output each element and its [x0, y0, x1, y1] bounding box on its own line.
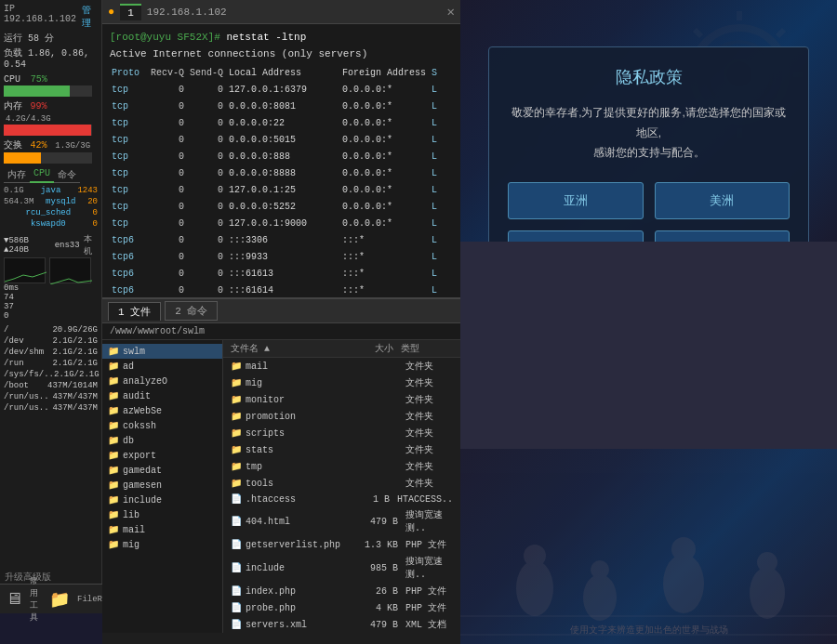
btn-americas[interactable]: 美洲: [655, 182, 790, 219]
dialog-text-line1: 敬爱的幸存者,为了提供更好的服务,请您选择您的国家或地区,: [512, 106, 786, 139]
tab-cpu[interactable]: CPU: [30, 167, 54, 183]
tree-item[interactable]: 📁gamedat: [102, 463, 222, 478]
list-item[interactable]: 📄 getserverlist.php 1.3 KB PHP 文件: [223, 536, 460, 553]
folder-icon: 📁: [108, 361, 119, 372]
tree-item[interactable]: 📁cokssh: [102, 418, 222, 433]
title-bullet: ●: [108, 6, 114, 19]
file-item-icon: 📁: [231, 444, 242, 455]
process-row-3: rcu_sched 0: [4, 207, 98, 218]
tree-item[interactable]: 📁include: [102, 493, 222, 507]
tree-root[interactable]: 📁 swlm: [102, 344, 222, 359]
btn-asia[interactable]: 亚洲: [508, 182, 644, 219]
col-foreign: Foreign Address: [342, 66, 430, 81]
file-item-icon: 📄: [231, 619, 242, 630]
tree-item-label: analyzeO: [123, 376, 167, 387]
tab-cmd[interactable]: 命令: [54, 167, 80, 183]
file-type: 搜询宽速测..: [405, 555, 453, 581]
folder-icon: 📁: [108, 390, 119, 401]
tab-files[interactable]: 1 文件: [108, 302, 161, 321]
list-item[interactable]: 📄 index.php 26 B PHP 文件: [223, 583, 460, 599]
disk-row-3: /dev/shm 2.1G/2.1G: [4, 347, 98, 358]
list-item[interactable]: 📁 tools 文件夹: [223, 475, 460, 492]
process-row-4: kswapd0 0: [4, 218, 98, 230]
svg-point-24: [583, 574, 617, 621]
folder-icon: 📁: [108, 539, 119, 550]
tab-mem[interactable]: 内存: [4, 167, 30, 183]
mem-detail: 4.2G/4.3G: [6, 114, 51, 124]
list-item[interactable]: 📄 404.html 479 B 搜询宽速测..: [223, 506, 460, 536]
swap-label: 交换: [4, 140, 22, 151]
tree-item[interactable]: 📁audit: [102, 388, 222, 403]
swap-bar: [4, 152, 92, 164]
col-recvq: Recv-Q: [151, 66, 188, 81]
tree-item[interactable]: 📁azWebSe: [102, 403, 222, 418]
tree-item[interactable]: 📁db: [102, 433, 222, 448]
list-item[interactable]: 📄 servers.xml 479 B XML 文档: [223, 616, 460, 633]
process-tabs: 内存 CPU 命令: [4, 167, 98, 183]
right-panel: 隐私政策 敬爱的幸存者,为了提供更好的服务,请您选择您的国家或地区, 感谢您的支…: [460, 0, 837, 644]
file-type: PHP 文件: [405, 585, 453, 598]
terminal-title-bar: ● 1 192.168.1.102 ✕: [102, 0, 460, 24]
table-row: tcp600:::9933:::*L: [112, 250, 451, 265]
network-section: ▼586B ▲240B ens33 本机 0ms 74 37 0: [4, 233, 98, 321]
region-buttons: 亚洲 美洲 欧洲(欧盟国家) 欧洲(非欧盟国家) 大洋洲 非洲: [508, 182, 790, 242]
swap-detail: 1.3G/3G: [55, 141, 90, 151]
load-info: 负载 1.86, 0.86, 0.54: [4, 46, 98, 70]
tree-item[interactable]: 📁mig: [102, 537, 222, 552]
table-row: tcp00127.0.0.1:90000.0.0.0:*L: [112, 217, 451, 231]
table-row: tcp600:::3306:::*L: [112, 233, 451, 248]
manage-link[interactable]: 管理: [82, 4, 98, 30]
list-item[interactable]: 📄 .htaccess 1 B HTACCESS..: [223, 492, 460, 506]
tree-item[interactable]: 📁export: [102, 448, 222, 463]
tab-commands[interactable]: 2 命令: [165, 301, 218, 321]
tree-item-label: db: [123, 436, 134, 446]
tree-item-label: lib: [123, 510, 140, 520]
tree-item[interactable]: 📁mail: [102, 522, 222, 537]
col-sendq: Send-Q: [190, 66, 227, 81]
tree-item[interactable]: 📁lib: [102, 507, 222, 522]
list-item[interactable]: 📁 stats 文件夹: [223, 441, 460, 458]
list-item[interactable]: 📁 monitor 文件夹: [223, 391, 460, 408]
disk-row-4: /run 2.1G/2.1G: [4, 358, 98, 369]
process-row-2: 564.3M mysqld 20: [4, 196, 98, 207]
folder-icon: 📁: [108, 450, 119, 461]
file-name: index.php: [246, 586, 340, 597]
disk-row-7: /run/us.. 437M/437M: [4, 391, 98, 402]
folder-icon: 📁: [108, 346, 119, 357]
btn-eu[interactable]: 欧洲(欧盟国家): [508, 230, 644, 242]
folder-icon: 📁: [108, 480, 119, 491]
cpu-label: CPU: [4, 74, 20, 85]
col-size: 大小: [336, 342, 401, 355]
tree-item-label: gamedat: [123, 466, 162, 476]
folder-icon: 📁: [108, 465, 119, 476]
upgrade-button[interactable]: 升级高级版: [5, 571, 51, 584]
folder-icon: 📁: [108, 435, 119, 446]
list-item[interactable]: 📁 mig 文件夹: [223, 375, 460, 391]
file-size: 1.3 KB: [340, 540, 405, 550]
file-type: PHP 文件: [405, 538, 453, 551]
net-v3: 0: [4, 311, 98, 321]
list-item[interactable]: 📄 probe.php 4 KB PHP 文件: [223, 599, 460, 616]
terminal-prompt-line: [root@yuyu SF52X]# netstat -ltnp: [110, 30, 453, 46]
list-item[interactable]: 📁 tmp 文件夹: [223, 458, 460, 475]
tree-item[interactable]: 📁gamesen: [102, 478, 222, 493]
tree-item[interactable]: 📁analyzeO: [102, 374, 222, 388]
list-item[interactable]: 📁 scripts 文件夹: [223, 425, 460, 441]
server-ip: IP 192.168.1.102: [4, 4, 82, 30]
file-size: 479 B: [340, 517, 405, 527]
close-button[interactable]: ✕: [447, 4, 455, 20]
list-item[interactable]: 📄 include 985 B 搜询宽速测..: [223, 553, 460, 583]
col-local: Local Address: [229, 66, 340, 81]
terminal-tab[interactable]: 1: [120, 4, 141, 20]
file-type: 文件夹: [405, 477, 453, 490]
mem-percent: 99%: [31, 101, 47, 112]
tree-item-label: export: [123, 451, 156, 461]
file-type: 文件夹: [405, 393, 453, 406]
svg-point-29: [757, 552, 777, 572]
cpu-percent: 75%: [31, 74, 47, 85]
file-name: tools: [246, 479, 340, 489]
list-item[interactable]: 📁 promotion 文件夹: [223, 408, 460, 425]
list-item[interactable]: 📁 mail 文件夹: [223, 358, 460, 375]
btn-non-eu[interactable]: 欧洲(非欧盟国家): [655, 230, 790, 242]
tree-item[interactable]: 📁ad: [102, 359, 222, 374]
